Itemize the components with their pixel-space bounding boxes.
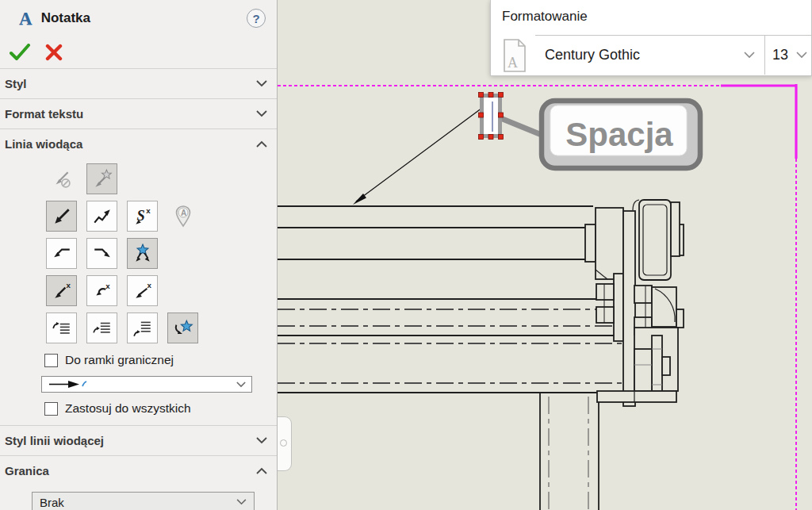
font-name-combo[interactable]: Century Gothic xyxy=(535,35,764,75)
panel-actions xyxy=(0,36,277,69)
arrow-style-icon xyxy=(48,379,103,389)
svg-text:x: x xyxy=(146,206,151,215)
spline-leader-icon: S x xyxy=(132,206,153,227)
svg-text:x: x xyxy=(105,281,110,290)
section-format-tekstu-label: Format tekstu xyxy=(5,107,256,121)
border-style-value: Brak xyxy=(40,496,64,509)
chevron-down-icon xyxy=(256,80,267,87)
bent-right-leader-icon xyxy=(92,243,113,264)
formatting-controls: A Century Gothic 13 xyxy=(491,35,811,75)
section-styl-linii-label: Styl linii wiodącej xyxy=(5,434,256,447)
straight-leader-button[interactable] xyxy=(46,201,77,232)
section-styl[interactable]: Styl xyxy=(0,69,277,99)
help-button[interactable]: ? xyxy=(247,9,266,28)
chevron-down-icon xyxy=(256,110,267,117)
panel-header: A Notatka ? xyxy=(0,0,277,36)
drawing-column xyxy=(540,393,599,510)
frame-checkbox-label: Do ramki granicznej xyxy=(65,353,174,367)
cancel-button[interactable] xyxy=(45,44,63,61)
bent-left-leader-button[interactable] xyxy=(46,238,77,269)
drawing-rails xyxy=(278,206,634,393)
no-leader-icon xyxy=(52,169,72,190)
bent-leader-x-button[interactable]: x xyxy=(86,275,117,306)
granica-settings: Brak xyxy=(0,485,277,510)
leader-top-attach-button[interactable] xyxy=(46,313,77,343)
note-leader-arrow xyxy=(353,108,482,205)
chevron-down-icon xyxy=(744,52,755,59)
bent-right-leader-button[interactable] xyxy=(86,238,117,269)
leader-nearest-icon xyxy=(132,243,153,264)
section-linia-wiodaca[interactable]: Linia wiodąca xyxy=(0,129,277,159)
chevron-up-icon xyxy=(256,140,267,148)
section-format-tekstu[interactable]: Format tekstu xyxy=(0,99,277,129)
underlined-leader-x-button[interactable]: x xyxy=(127,275,158,306)
svg-text:A: A xyxy=(181,209,186,217)
drawing-hidden-lines xyxy=(278,309,634,383)
no-leader-button[interactable] xyxy=(46,163,77,194)
drawing-sheet: Spacja xyxy=(278,0,812,510)
spline-leader-button[interactable]: S x xyxy=(127,201,158,232)
assembly-view xyxy=(585,200,684,406)
section-granica[interactable]: Granica xyxy=(0,456,277,485)
chevron-down-icon xyxy=(236,382,246,388)
close-icon xyxy=(45,44,63,61)
bent-leader-button[interactable] xyxy=(86,201,117,232)
font-size-combo[interactable]: 13 xyxy=(764,35,812,75)
leader-top-attach-icon xyxy=(52,318,72,339)
auto-attach-icon xyxy=(173,318,193,339)
sheet-selection-border xyxy=(278,84,796,510)
location-pin-icon: A xyxy=(174,205,193,228)
bent-left-leader-icon xyxy=(52,243,72,264)
leader-bottom-attach-button[interactable] xyxy=(127,313,158,343)
note-property-panel: A Notatka ? Styl Format xyxy=(0,0,278,510)
svg-text:x: x xyxy=(66,281,71,290)
leader-nearest-button[interactable] xyxy=(127,238,158,269)
leader-button-grid: S x A xyxy=(0,163,277,343)
chevron-down-icon xyxy=(236,499,247,505)
font-name-value: Century Gothic xyxy=(545,47,640,63)
auto-leader-button[interactable] xyxy=(86,163,117,194)
bent-leader-icon xyxy=(92,206,113,227)
frame-checkbox-row: Do ramki granicznej xyxy=(0,350,277,370)
leader-bottom-attach-icon xyxy=(132,318,153,339)
solidworks-window: A Notatka ? Styl Format xyxy=(0,0,812,510)
section-styl-linii[interactable]: Styl linii wiodącej xyxy=(0,426,277,456)
splitter-grip-icon xyxy=(280,439,287,447)
leader-settings: S x A xyxy=(0,159,277,426)
chevron-down-icon xyxy=(796,52,807,59)
apply-all-checkbox[interactable] xyxy=(44,402,58,416)
panel-splitter-handle[interactable] xyxy=(278,416,292,471)
chevron-up-icon xyxy=(256,467,267,474)
section-linia-wiodaca-label: Linia wiodąca xyxy=(5,137,256,151)
drawing-canvas[interactable]: Spacja xyxy=(278,0,812,510)
ok-button[interactable] xyxy=(10,44,31,61)
text-style-icon: A xyxy=(503,39,527,72)
auto-leader-icon xyxy=(92,169,113,190)
svg-text:A: A xyxy=(508,55,518,71)
frame-checkbox[interactable] xyxy=(44,354,58,367)
leader-middle-attach-icon xyxy=(92,318,113,339)
spacja-key-graphic[interactable]: Spacja xyxy=(542,101,700,168)
section-styl-label: Styl xyxy=(5,77,256,90)
font-size-value: 13 xyxy=(772,47,788,63)
spacja-key-label: Spacja xyxy=(565,116,673,153)
bent-leader-x-icon: x xyxy=(92,281,113,301)
section-granica-label: Granica xyxy=(5,464,256,477)
straight-leader-x-button[interactable]: x xyxy=(46,275,77,306)
arrow-style-combo[interactable] xyxy=(41,376,252,393)
leader-middle-attach-button[interactable] xyxy=(86,313,117,343)
apply-all-checkbox-row: Zastosuj do wszystkich xyxy=(0,398,277,419)
panel-title: Notatka xyxy=(41,10,90,26)
straight-leader-x-icon: x xyxy=(52,281,72,301)
note-icon: A xyxy=(19,10,33,28)
svg-text:x: x xyxy=(147,281,151,290)
underlined-leader-x-icon: x xyxy=(132,281,153,301)
formatting-toolbar: Formatowanie A Century Gothic 13 xyxy=(490,0,812,76)
straight-leader-icon xyxy=(52,206,72,227)
chevron-down-icon xyxy=(256,437,267,444)
apply-all-checkbox-label: Zastosuj do wszystkich xyxy=(65,401,191,416)
border-style-combo[interactable]: Brak xyxy=(32,492,255,510)
check-icon xyxy=(10,44,31,61)
formatting-toolbar-title: Formatowanie xyxy=(491,0,811,25)
auto-attach-button[interactable] xyxy=(167,313,198,343)
